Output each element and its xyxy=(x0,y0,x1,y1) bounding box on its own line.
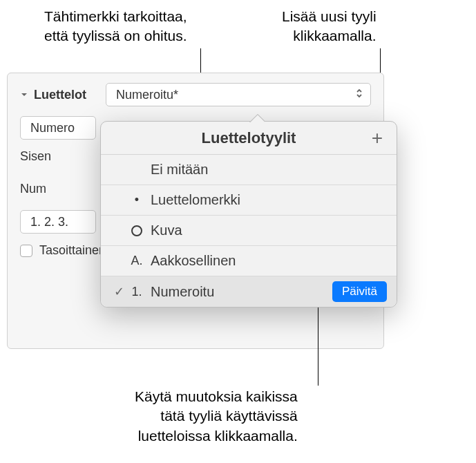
style-list: Ei mitään • Luettelomerkki Kuva A. Aakko… xyxy=(101,155,397,307)
indent-label: Sisen xyxy=(20,149,51,164)
number-format-dropdown[interactable]: Numero xyxy=(20,116,96,140)
style-item-bullet[interactable]: • Luettelomerkki xyxy=(101,185,397,216)
callout-text: klikkaamalla. xyxy=(282,26,377,46)
style-marker: 1. xyxy=(127,285,146,299)
style-item-none[interactable]: Ei mitään xyxy=(101,155,397,185)
callout-text: Käytä muutoksia kaikissa xyxy=(135,387,298,406)
chevron-updown-icon xyxy=(355,88,363,102)
style-item-image[interactable]: Kuva xyxy=(101,216,397,246)
callout-update: Käytä muutoksia kaikissa tätä tyyliä käy… xyxy=(135,387,298,446)
callout-text: Lisää uusi tyyli xyxy=(282,7,377,26)
callout-text: tätä tyyliä käyttävissä xyxy=(135,406,298,426)
style-label: Aakkosellinen xyxy=(151,253,387,269)
check-icon: ✓ xyxy=(111,284,127,299)
order-dropdown[interactable]: 1. 2. 3. xyxy=(20,210,96,234)
bullet-icon: • xyxy=(127,193,146,207)
plus-icon: + xyxy=(372,127,383,149)
disclosure-triangle-icon[interactable] xyxy=(20,91,28,99)
dropdown-value: Numeroitu* xyxy=(116,88,178,102)
callout-text: Tähtimerkki tarkoittaa, xyxy=(44,7,187,26)
number-label: Num xyxy=(20,182,46,196)
lists-section-label: Luettelot xyxy=(20,88,86,102)
list-style-dropdown[interactable]: Numeroitu* xyxy=(106,83,371,106)
style-item-numbered[interactable]: ✓ 1. Numeroitu Päivitä xyxy=(101,276,397,307)
style-label: Luettelomerkki xyxy=(151,192,387,208)
add-style-button[interactable]: + xyxy=(368,129,387,148)
list-styles-popover: Luettelotyylit + Ei mitään • Luettelomer… xyxy=(100,121,397,308)
callout-text: luetteloissa klikkaamalla. xyxy=(135,426,298,446)
circle-icon xyxy=(127,225,146,236)
callout-text: että tyylissä on ohitus. xyxy=(44,26,187,46)
callout-asterisk: Tähtimerkki tarkoittaa, että tyylissä on… xyxy=(44,7,187,46)
section-label-text: Luettelot xyxy=(34,88,86,102)
style-marker: A. xyxy=(127,254,146,268)
style-label: Kuva xyxy=(151,223,387,238)
dropdown-value: Numero xyxy=(30,121,75,135)
dropdown-value: 1. 2. 3. xyxy=(30,215,68,229)
style-label: Numeroitu xyxy=(151,284,332,300)
style-label: Ei mitään xyxy=(151,162,387,178)
update-style-button[interactable]: Päivitä xyxy=(332,281,387,302)
style-item-alphabetic[interactable]: A. Aakkosellinen xyxy=(101,246,397,276)
callout-add: Lisää uusi tyyli klikkaamalla. xyxy=(282,7,377,46)
tiered-numbering-checkbox[interactable] xyxy=(20,245,32,257)
popover-header: Luettelotyylit + xyxy=(101,122,397,155)
popover-title: Luettelotyylit xyxy=(202,129,296,147)
